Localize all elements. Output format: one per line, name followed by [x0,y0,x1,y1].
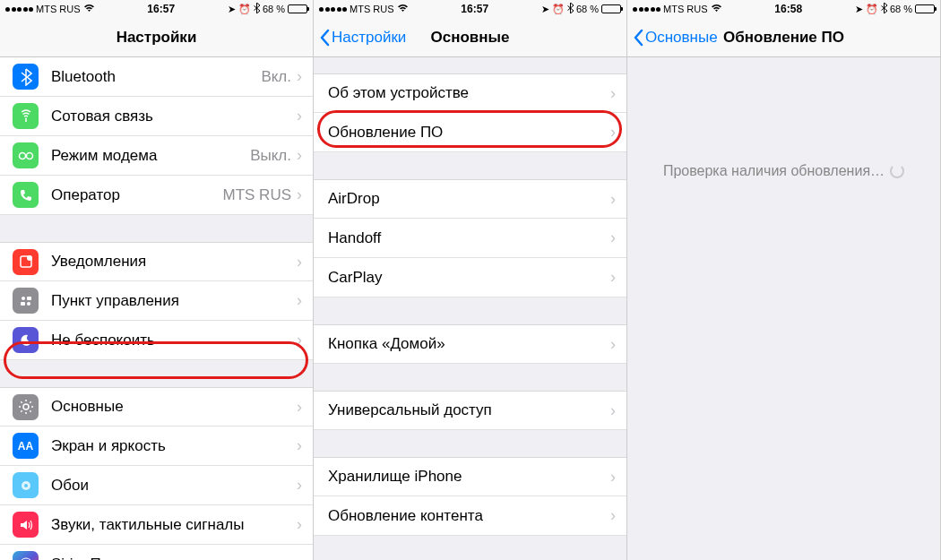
location-icon: ➤ [855,4,863,15]
page-title: Настройки [0,29,313,47]
battery-icon [288,4,307,13]
chevron-right-icon: › [297,436,302,455]
row-home-button[interactable]: Кнопка «Домой» › [314,324,626,364]
row-handoff[interactable]: Handoff › [314,219,626,258]
row-label: Об этом устройстве [328,84,610,102]
chevron-right-icon: › [297,67,302,86]
row-display[interactable]: AA Экран и яркость › [0,426,313,466]
row-carrier[interactable]: Оператор MTS RUS › [0,176,313,215]
row-label: Обновление ПО [328,124,610,142]
row-storage[interactable]: Хранилище iPhone › [314,457,626,496]
wifi-icon [711,4,722,14]
settings-root-panel: MTS RUS 16:57 ➤ ⏰ 68 % Настройки Bluetoo… [0,0,314,560]
chevron-right-icon: › [610,335,616,354]
row-carplay[interactable]: CarPlay › [314,258,626,297]
hotspot-icon [13,142,39,168]
svg-point-8 [23,404,29,409]
chevron-right-icon: › [297,398,302,417]
notifications-icon [13,249,39,275]
chevron-right-icon: › [297,515,302,534]
row-notifications[interactable]: Уведомления › [0,242,313,281]
row-label: Siri и Поиск [51,556,297,561]
chevron-right-icon: › [610,228,616,247]
chevron-right-icon: › [610,268,616,287]
row-about[interactable]: Об этом устройстве › [314,73,626,113]
row-airdrop[interactable]: AirDrop › [314,179,626,219]
bluetooth-icon [881,3,887,15]
chevron-right-icon: › [610,468,616,487]
svg-point-4 [22,297,25,300]
status-bar: MTS RUS 16:57 ➤ ⏰ 68 % [0,0,313,18]
row-label: Универсальный доступ [328,401,610,419]
row-label: Сотовая связь [51,108,297,125]
carrier-label: MTS RUS [350,4,394,14]
software-update-panel: MTS RUS 16:58 ➤ ⏰ 68 % Основные Обновлен… [627,0,941,560]
chevron-left-icon [633,29,643,47]
svg-point-7 [27,302,30,306]
cellular-icon [13,103,39,129]
chevron-right-icon: › [297,185,302,204]
row-dnd[interactable]: Не беспокоить › [0,321,313,360]
back-button[interactable]: Основные [627,29,718,47]
svg-point-0 [19,152,25,159]
svg-point-10 [24,484,28,487]
row-wallpaper[interactable]: Обои › [0,466,313,505]
row-accessibility[interactable]: Универсальный доступ › [314,391,626,430]
row-label: Звуки, тактильные сигналы [51,516,297,534]
chevron-right-icon: › [297,555,302,560]
row-label: Кнопка «Домой» [328,335,610,353]
row-label: Не беспокоить [51,332,297,349]
row-label: Уведомления [51,253,297,271]
row-label: AirDrop [328,190,610,208]
location-icon: ➤ [228,4,236,15]
back-label: Основные [645,29,718,47]
row-cellular[interactable]: Сотовая связь › [0,97,313,136]
gear-icon [13,394,39,420]
phone-icon [13,182,39,208]
settings-list[interactable]: Bluetooth Вкл. › Сотовая связь › Режим м… [0,57,313,560]
row-sounds[interactable]: Звуки, тактильные сигналы › [0,505,313,545]
siri-icon [13,551,39,560]
row-general[interactable]: Основные › [0,387,313,426]
wifi-icon [397,4,409,14]
row-value: MTS RUS [223,186,292,204]
bluetooth-app-icon [13,64,39,90]
row-label: Основные [51,398,297,416]
row-software-update[interactable]: Обновление ПО › [314,113,626,152]
chevron-right-icon: › [610,506,616,525]
checking-message: Проверка наличия обновления… [627,57,940,249]
status-bar: MTS RUS 16:58 ➤ ⏰ 68 % [627,0,940,18]
signal-icon [5,7,33,12]
row-bg-refresh[interactable]: Обновление контента › [314,496,626,536]
wallpaper-icon [13,472,39,498]
row-siri[interactable]: Siri и Поиск › [0,545,313,560]
row-label: CarPlay [328,269,610,287]
nav-bar: Основные Обновление ПО [627,18,940,57]
signal-icon [319,7,347,12]
checking-label: Проверка наличия обновления… [663,163,885,179]
row-hotspot[interactable]: Режим модема Выкл. › [0,136,313,176]
signal-icon [633,7,660,12]
chevron-right-icon: › [610,84,616,103]
row-value: Выкл. [250,147,291,165]
row-label: Handoff [328,229,610,247]
back-button[interactable]: Настройки [314,29,406,47]
row-bluetooth[interactable]: Bluetooth Вкл. › [0,57,313,97]
general-list[interactable]: Об этом устройстве › Обновление ПО › Air… [314,57,626,560]
row-value: Вкл. [261,68,291,86]
moon-icon [13,327,39,353]
alarm-icon: ⏰ [552,4,565,15]
back-label: Настройки [332,29,406,47]
row-control-center[interactable]: Пункт управления › [0,281,313,321]
chevron-right-icon: › [610,190,616,209]
row-label: Экран и яркость [51,437,297,455]
svg-point-3 [27,255,32,261]
control-center-icon [13,288,39,314]
chevron-right-icon: › [297,253,302,271]
chevron-right-icon: › [297,331,302,349]
svg-rect-5 [27,297,31,300]
chevron-left-icon [319,29,330,47]
status-time: 16:57 [461,3,488,15]
nav-bar: Настройки [0,18,313,57]
svg-point-1 [26,152,32,159]
